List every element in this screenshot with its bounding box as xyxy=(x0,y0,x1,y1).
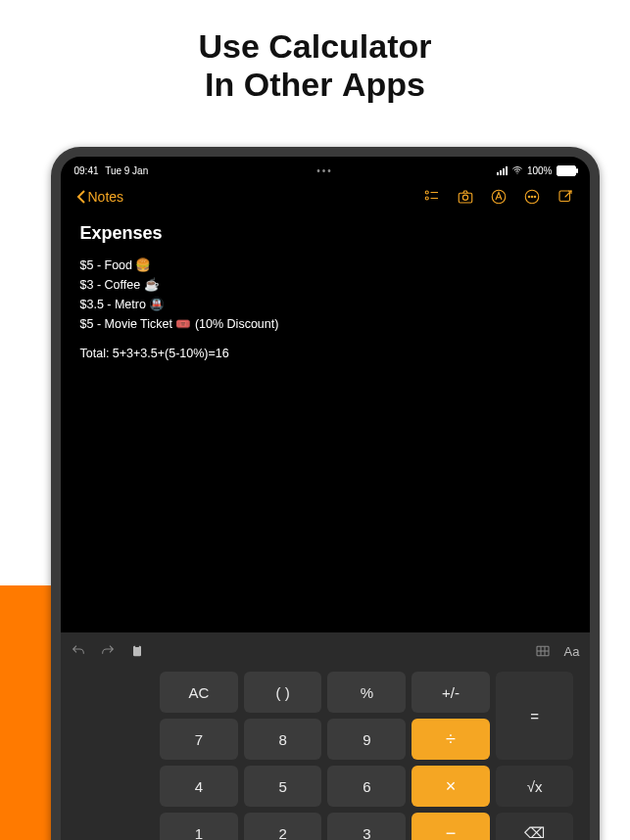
notes-header: Notes xyxy=(61,180,590,213)
status-time: 09:41 xyxy=(74,165,99,176)
key-sqrt[interactable]: √x xyxy=(496,766,574,807)
marketing-headline: Use Calculator In Other Apps xyxy=(0,0,630,104)
key-plusminus[interactable]: +/- xyxy=(412,672,490,713)
kb-toolbar-right: Aa xyxy=(535,643,580,659)
key-ac[interactable]: AC xyxy=(160,672,238,713)
key-4[interactable]: 4 xyxy=(160,766,238,807)
svg-point-9 xyxy=(528,196,530,198)
status-left: 09:41 Tue 9 Jan xyxy=(74,165,153,176)
clipboard-icon[interactable] xyxy=(129,643,145,659)
status-date: Tue 9 Jan xyxy=(105,165,148,176)
key-multiply[interactable]: × xyxy=(412,766,490,807)
ipad-screen: 09:41 Tue 9 Jan ••• 100% Notes xyxy=(51,147,600,840)
more-icon[interactable] xyxy=(523,188,541,206)
battery-pct: 100% xyxy=(527,165,553,176)
svg-point-10 xyxy=(531,196,533,198)
key-divide[interactable]: ÷ xyxy=(412,719,490,760)
back-button[interactable]: Notes xyxy=(76,189,124,205)
table-icon[interactable] xyxy=(535,643,551,659)
calculator-keypad: AC ( ) % +/- = 7 8 9 ÷ 4 5 6 × √x 1 2 3 xyxy=(71,664,580,840)
status-right: 100% xyxy=(497,164,576,176)
note-line: $3.5 - Metro 🚇 xyxy=(80,297,570,311)
key-paren[interactable]: ( ) xyxy=(244,672,322,713)
note-line: $3 - Coffee ☕ xyxy=(80,277,570,292)
key-2[interactable]: 2 xyxy=(244,813,322,840)
svg-point-0 xyxy=(516,172,517,173)
note-total: Total: 5+3+3.5+(5-10%)=16 xyxy=(80,347,570,360)
signal-icon xyxy=(497,166,508,175)
headline-line2: In Other Apps xyxy=(0,66,630,104)
note-body[interactable]: Expenses $5 - Food 🍔 $3 - Coffee ☕ $3.5 … xyxy=(61,213,590,371)
ipad-frame: 09:41 Tue 9 Jan ••• 100% Notes xyxy=(51,147,580,840)
keyboard-panel: Aa AC ( ) % +/- = 7 8 9 ÷ 4 5 6 × √ xyxy=(61,632,590,840)
wifi-icon xyxy=(511,164,523,176)
headline-line1: Use Calculator xyxy=(0,27,630,66)
svg-rect-13 xyxy=(133,646,141,657)
key-3[interactable]: 3 xyxy=(327,813,406,840)
svg-point-6 xyxy=(462,195,467,200)
key-subtract[interactable]: − xyxy=(412,813,490,840)
svg-point-3 xyxy=(425,197,428,200)
markup-icon[interactable] xyxy=(490,188,508,206)
compose-icon[interactable] xyxy=(557,188,574,206)
key-6[interactable]: 6 xyxy=(327,766,406,807)
svg-point-11 xyxy=(534,196,536,198)
svg-rect-14 xyxy=(135,644,139,647)
key-1[interactable]: 1 xyxy=(160,813,238,840)
note-line: $5 - Food 🍔 xyxy=(80,257,570,272)
redo-icon[interactable] xyxy=(100,643,116,659)
key-equals[interactable]: = xyxy=(496,672,574,760)
key-8[interactable]: 8 xyxy=(244,719,322,760)
undo-icon[interactable] xyxy=(71,643,86,659)
key-backspace[interactable]: ⌫ xyxy=(496,813,574,840)
svg-point-1 xyxy=(425,191,428,194)
note-title: Expenses xyxy=(80,223,570,244)
battery-icon xyxy=(557,165,576,176)
checklist-icon[interactable] xyxy=(423,188,441,206)
chevron-left-icon xyxy=(76,190,86,204)
svg-rect-12 xyxy=(559,191,570,202)
key-7[interactable]: 7 xyxy=(160,719,238,760)
status-bar: 09:41 Tue 9 Jan ••• 100% xyxy=(61,157,590,180)
format-icon[interactable]: Aa xyxy=(564,644,580,659)
header-actions xyxy=(423,188,574,206)
camera-icon[interactable] xyxy=(457,188,474,206)
key-9[interactable]: 9 xyxy=(327,719,406,760)
note-line: $5 - Movie Ticket 🎟️ (10% Discount) xyxy=(80,316,570,331)
keyboard-toolbar: Aa xyxy=(71,638,580,664)
multitask-dots[interactable]: ••• xyxy=(316,165,333,176)
key-percent[interactable]: % xyxy=(327,672,406,713)
back-label: Notes xyxy=(88,189,124,205)
key-5[interactable]: 5 xyxy=(244,766,322,807)
kb-toolbar-left xyxy=(71,643,145,659)
